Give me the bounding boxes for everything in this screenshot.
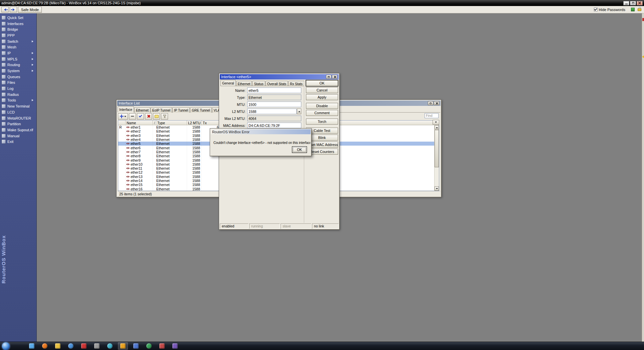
- filter-dropdown-button[interactable]: [433, 120, 439, 125]
- cancel-button[interactable]: Cancel: [306, 87, 338, 93]
- taskbar-app-icon[interactable]: [170, 342, 180, 350]
- header-name[interactable]: Name: [126, 121, 153, 125]
- find-input[interactable]: [425, 113, 439, 118]
- close-button[interactable]: [637, 1, 643, 5]
- minimize-button[interactable]: [623, 1, 629, 5]
- add-button[interactable]: [118, 113, 128, 120]
- tab-ethernet[interactable]: Ethernet: [134, 107, 150, 113]
- tab-ip-tunnel[interactable]: IP Tunnel: [172, 107, 190, 113]
- minus-icon: [131, 116, 134, 117]
- tab-eoip-tunnel[interactable]: EoIP Tunnel: [151, 107, 172, 113]
- maximize-button[interactable]: [630, 1, 636, 5]
- scrollbar-thumb[interactable]: [435, 130, 439, 167]
- forward-button[interactable]: [10, 7, 17, 12]
- error-ok-button[interactable]: OK: [292, 146, 307, 153]
- error-dialog-titlebar[interactable]: RouterOS WinBox Error: [211, 129, 311, 134]
- safe-mode-button[interactable]: Safe Mode: [18, 7, 42, 13]
- tab-gre-tunnel[interactable]: GRE Tunnel: [190, 107, 211, 113]
- interface-l2mtu: 1588: [187, 138, 202, 142]
- taskbar-app-icon[interactable]: [53, 342, 63, 350]
- type-field[interactable]: [247, 95, 301, 100]
- taskbar-app-icon[interactable]: [79, 342, 89, 350]
- taskbar-app-icon[interactable]: [131, 342, 141, 350]
- comment-button[interactable]: Comment: [306, 110, 338, 116]
- sidebar-item-radius[interactable]: Radius: [0, 92, 36, 98]
- sort-spacer: [153, 134, 156, 138]
- start-button[interactable]: [2, 342, 10, 350]
- sidebar-item-bridge[interactable]: Bridge: [0, 26, 36, 32]
- field-row-l2mtu: L2 MTU:: [220, 109, 301, 114]
- disable-button[interactable]: Disable: [306, 103, 338, 109]
- sidebar-item-switch[interactable]: Switch: [0, 38, 36, 44]
- max-l2mtu-field[interactable]: [247, 116, 301, 121]
- sidebar-item-make-supout-rif[interactable]: Make Supout.rif: [0, 127, 36, 133]
- sidebar-item-mesh[interactable]: Mesh: [0, 44, 36, 50]
- hide-passwords-checkbox[interactable]: Hide Passwords: [594, 8, 625, 12]
- header-sort-indicator[interactable]: /: [153, 121, 156, 125]
- sidebar-item-new-terminal[interactable]: New Terminal: [0, 103, 36, 109]
- dialog-titlebar[interactable]: Interface <ether5>: [220, 74, 339, 79]
- taskbar-app-icon[interactable]: [144, 342, 154, 350]
- sidebar-item-partition[interactable]: Partition: [0, 121, 36, 127]
- sidebar-item-manual[interactable]: Manual: [0, 133, 36, 139]
- close-button[interactable]: [434, 101, 439, 105]
- sidebar-item-files[interactable]: Files: [0, 80, 36, 86]
- taskbar-app-icon[interactable]: [105, 342, 115, 350]
- close-button[interactable]: [332, 75, 337, 79]
- taskbar-app-icon[interactable]: [40, 342, 50, 350]
- sidebar-item-lcd[interactable]: LCD: [0, 109, 36, 115]
- sidebar-item-mpls[interactable]: MPLS: [0, 56, 36, 62]
- sidebar-item-ppp[interactable]: PPP: [0, 32, 36, 38]
- taskbar-app-icon[interactable]: [27, 342, 37, 350]
- sidebar-item-ip[interactable]: IP: [0, 50, 36, 56]
- comment-button[interactable]: [153, 113, 160, 120]
- enable-button[interactable]: [137, 113, 144, 120]
- sidebar-item-metarouter[interactable]: MetaROUTER: [0, 115, 36, 121]
- tab-interface[interactable]: Interface: [118, 106, 134, 113]
- ok-button[interactable]: OK: [306, 80, 338, 86]
- back-button[interactable]: [1, 7, 9, 12]
- scroll-up-button[interactable]: [435, 125, 439, 130]
- tab-general[interactable]: General: [220, 80, 236, 86]
- interface-flag: [118, 138, 126, 142]
- sidebar-item-quick-set[interactable]: Quick Set: [0, 15, 36, 21]
- vertical-scrollbar[interactable]: [434, 125, 439, 191]
- mac-address-field[interactable]: [247, 123, 301, 128]
- tab-status[interactable]: Status: [252, 81, 265, 86]
- taskbar-app-icon-active[interactable]: [118, 342, 128, 350]
- sidebar-item-log[interactable]: Log: [0, 85, 36, 92]
- sidebar-item-system[interactable]: System: [0, 68, 36, 74]
- apply-button[interactable]: Apply: [306, 94, 338, 100]
- tab-overall-stats[interactable]: Overall Stats: [266, 81, 288, 86]
- remove-button[interactable]: [129, 113, 136, 120]
- tab-rx-stats[interactable]: Rx Stats: [288, 81, 304, 86]
- sidebar-item-routing[interactable]: Routing: [0, 62, 36, 68]
- torch-button[interactable]: Torch: [306, 119, 338, 125]
- taskbar-app-icon[interactable]: [66, 342, 76, 350]
- interface-icon: [126, 171, 130, 174]
- mtu-field[interactable]: [247, 102, 301, 107]
- restore-icon: [328, 76, 330, 78]
- scroll-down-button[interactable]: [435, 186, 439, 191]
- restore-button[interactable]: [326, 75, 331, 79]
- header-type[interactable]: Type: [156, 121, 187, 125]
- window-titlebar[interactable]: admin@D4:CA:6D:CE:79:2B (MikroTik) - Win…: [0, 0, 644, 6]
- header-l2mtu[interactable]: L2 MTU: [187, 121, 202, 125]
- filter-button[interactable]: [161, 113, 168, 120]
- sidebar-item-label: Tools: [7, 98, 16, 102]
- collapse-arrow-button[interactable]: [297, 109, 301, 114]
- check-icon: [139, 114, 142, 118]
- name-field[interactable]: [247, 88, 301, 93]
- sidebar-item-interfaces[interactable]: Interfaces: [0, 21, 36, 27]
- header-flag[interactable]: [118, 121, 126, 125]
- taskbar-app-icon[interactable]: [157, 342, 167, 350]
- sidebar-item-tools[interactable]: Tools: [0, 98, 36, 104]
- sidebar-item-exit[interactable]: Exit: [0, 139, 36, 145]
- interface-type: Ethernet: [156, 146, 187, 150]
- sidebar-item-queues[interactable]: Queues: [0, 74, 36, 80]
- taskbar-app-icon[interactable]: [92, 342, 102, 350]
- disable-button[interactable]: [145, 113, 152, 120]
- l2mtu-field[interactable]: [247, 109, 297, 114]
- tab-ethernet[interactable]: Ethernet: [236, 81, 252, 86]
- restore-button[interactable]: [428, 101, 433, 105]
